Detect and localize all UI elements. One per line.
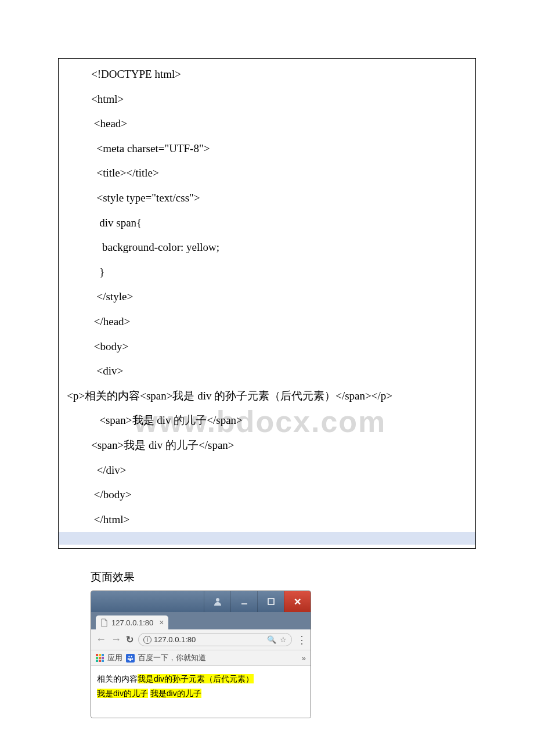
svg-rect-2	[268, 599, 274, 604]
code-line: </html>	[59, 507, 475, 532]
code-line: background-color: yellow;	[59, 235, 475, 260]
code-line: <title></title>	[59, 161, 475, 186]
tabstrip: 127.0.0.1:80 ×	[91, 612, 311, 629]
info-icon[interactable]: i	[143, 636, 151, 644]
chevron-right-icon[interactable]: »	[302, 654, 306, 663]
apps-icon[interactable]	[96, 654, 104, 662]
window-titlebar: ✕	[91, 591, 311, 612]
highlighted-text: 我是div的儿子	[97, 689, 148, 698]
bookmark-label[interactable]: 百度一下，你就知道	[138, 653, 206, 663]
code-line: <meta charset="UTF-8">	[59, 136, 475, 161]
code-line: }	[59, 260, 475, 285]
close-button[interactable]: ✕	[284, 591, 311, 612]
code-line: </head>	[59, 309, 475, 334]
plain-text: 相关的内容	[97, 674, 138, 683]
reload-button[interactable]: ↻	[126, 634, 134, 645]
close-icon: ✕	[294, 596, 301, 607]
code-line: <!DOCTYPE html>	[59, 62, 475, 87]
svg-point-0	[216, 598, 219, 602]
highlighted-text: 我是div的儿子	[150, 689, 201, 698]
browser-tab[interactable]: 127.0.0.1:80 ×	[96, 615, 168, 629]
forward-button[interactable]: →	[111, 633, 121, 646]
bookmarks-bar: 应用 百度一下，你就知道 »	[91, 650, 311, 666]
menu-button[interactable]: ⋮	[297, 633, 306, 646]
user-button[interactable]	[204, 591, 230, 612]
code-line: <span>我是 div 的儿子</span>	[59, 408, 475, 433]
minimize-icon	[241, 598, 248, 605]
addressbar: ← → ↻ i 127.0.0.1:80 🔍 ☆ ⋮	[91, 629, 311, 650]
code-line: </div>	[59, 458, 475, 483]
code-line: <div>	[59, 359, 475, 384]
code-line: </body>	[59, 483, 475, 507]
browser-window: ✕ 127.0.0.1:80 × ← → ↻ i 127.0.0.1:80	[91, 591, 311, 718]
tab-title: 127.0.0.1:80	[111, 618, 153, 627]
tab-close-icon[interactable]: ×	[159, 618, 164, 627]
baidu-icon[interactable]	[126, 654, 135, 663]
code-line: <span>我是 div 的儿子</span>	[59, 433, 475, 458]
caption-text: 页面效果	[58, 566, 476, 591]
minimize-button[interactable]	[230, 591, 257, 612]
user-icon	[213, 597, 222, 606]
star-icon[interactable]: ☆	[280, 635, 287, 644]
maximize-icon	[268, 598, 275, 605]
content-line-1: 相关的内容我是div的孙子元素（后代元素）	[97, 672, 305, 686]
code-line: div span{	[59, 211, 475, 236]
code-line: <html>	[59, 87, 475, 112]
highlighted-text: 我是div的孙子元素（后代元素）	[138, 674, 254, 683]
apps-label[interactable]: 应用	[107, 653, 122, 663]
page-content: 相关的内容我是div的孙子元素（后代元素） 我是div的儿子 我是div的儿子	[91, 666, 311, 717]
file-icon	[100, 618, 108, 627]
code-line: <head>	[59, 111, 475, 136]
maximize-button[interactable]	[257, 591, 284, 612]
zoom-icon[interactable]: 🔍	[267, 635, 276, 644]
back-button[interactable]: ←	[96, 633, 106, 646]
code-line: <style type="text/css">	[59, 186, 475, 211]
url-input[interactable]: i 127.0.0.1:80 🔍 ☆	[138, 633, 292, 646]
code-block: www.bdocx.com <!DOCTYPE html> <html> <he…	[58, 58, 476, 549]
code-line: <p>相关的内容<span>我是 div 的孙子元素（后代元素）</span><…	[59, 384, 475, 409]
code-line: <body>	[59, 334, 475, 359]
divider-bar	[59, 532, 475, 545]
code-line: </style>	[59, 285, 475, 309]
content-line-2: 我是div的儿子 我是div的儿子	[97, 686, 305, 701]
url-text: 127.0.0.1:80	[154, 635, 196, 644]
